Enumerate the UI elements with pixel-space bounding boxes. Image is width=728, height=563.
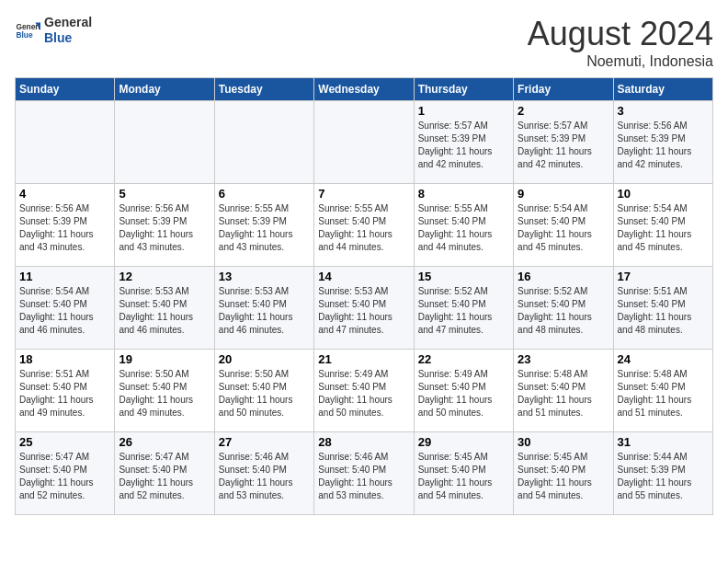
calendar-day-cell: 11Sunrise: 5:54 AMSunset: 5:40 PMDayligh…: [16, 267, 115, 350]
day-info: Sunrise: 5:46 AMSunset: 5:40 PMDaylight:…: [219, 451, 310, 502]
calendar-day-cell: 23Sunrise: 5:48 AMSunset: 5:40 PMDayligh…: [514, 350, 613, 432]
day-number: 27: [219, 435, 310, 449]
day-number: 13: [219, 270, 310, 283]
day-number: 9: [518, 187, 609, 201]
day-number: 11: [19, 270, 110, 283]
calendar-day-cell: 19Sunrise: 5:50 AMSunset: 5:40 PMDayligh…: [115, 350, 214, 432]
week-row-1: 1Sunrise: 5:57 AMSunset: 5:39 PMDaylight…: [16, 101, 713, 184]
calendar-day-cell: 5Sunrise: 5:56 AMSunset: 5:39 PMDaylight…: [115, 184, 214, 267]
day-number: 4: [19, 187, 110, 201]
day-info: Sunrise: 5:47 AMSunset: 5:40 PMDaylight:…: [119, 451, 210, 502]
calendar-day-cell: 17Sunrise: 5:51 AMSunset: 5:40 PMDayligh…: [613, 267, 712, 350]
day-number: 19: [119, 352, 210, 366]
day-number: 10: [618, 187, 709, 201]
calendar-day-cell: 28Sunrise: 5:46 AMSunset: 5:40 PMDayligh…: [314, 432, 414, 515]
day-number: 3: [618, 104, 709, 118]
day-info: Sunrise: 5:55 AMSunset: 5:40 PMDaylight:…: [318, 202, 409, 254]
weekday-header-thursday: Thursday: [414, 78, 513, 101]
title-block: August 2024 Noemuti, Indonesia: [528, 15, 713, 70]
day-info: Sunrise: 5:48 AMSunset: 5:40 PMDaylight:…: [518, 368, 609, 419]
day-number: 29: [418, 435, 509, 449]
day-info: Sunrise: 5:57 AMSunset: 5:39 PMDaylight:…: [518, 120, 609, 171]
weekday-header-saturday: Saturday: [613, 78, 712, 101]
weekday-header-friday: Friday: [514, 78, 613, 101]
day-number: 22: [418, 352, 509, 366]
day-number: 16: [518, 270, 609, 283]
svg-text:Blue: Blue: [16, 30, 32, 40]
day-info: Sunrise: 5:53 AMSunset: 5:40 PMDaylight:…: [119, 285, 210, 337]
day-number: 2: [518, 104, 609, 118]
calendar-day-cell: 12Sunrise: 5:53 AMSunset: 5:40 PMDayligh…: [115, 267, 214, 350]
calendar-day-cell: 16Sunrise: 5:52 AMSunset: 5:40 PMDayligh…: [514, 267, 613, 350]
week-row-4: 18Sunrise: 5:51 AMSunset: 5:40 PMDayligh…: [16, 350, 713, 432]
logo-icon: General Blue: [15, 17, 40, 43]
calendar-day-cell: 14Sunrise: 5:53 AMSunset: 5:40 PMDayligh…: [314, 267, 414, 350]
day-info: Sunrise: 5:46 AMSunset: 5:40 PMDaylight:…: [318, 451, 409, 502]
day-number: 15: [418, 270, 509, 283]
calendar-day-cell: 27Sunrise: 5:46 AMSunset: 5:40 PMDayligh…: [214, 432, 313, 515]
calendar-day-cell: 6Sunrise: 5:55 AMSunset: 5:39 PMDaylight…: [214, 184, 313, 267]
calendar-day-cell: 24Sunrise: 5:48 AMSunset: 5:40 PMDayligh…: [613, 350, 712, 432]
calendar-day-cell: 31Sunrise: 5:44 AMSunset: 5:39 PMDayligh…: [613, 432, 712, 515]
calendar-day-cell: 7Sunrise: 5:55 AMSunset: 5:40 PMDaylight…: [314, 184, 414, 267]
calendar-day-cell: [314, 101, 414, 184]
week-row-5: 25Sunrise: 5:47 AMSunset: 5:40 PMDayligh…: [16, 432, 713, 515]
day-number: 21: [318, 352, 409, 366]
location-subtitle: Noemuti, Indonesia: [528, 53, 713, 70]
calendar-day-cell: 21Sunrise: 5:49 AMSunset: 5:40 PMDayligh…: [314, 350, 414, 432]
calendar-day-cell: 20Sunrise: 5:50 AMSunset: 5:40 PMDayligh…: [214, 350, 313, 432]
calendar-day-cell: 2Sunrise: 5:57 AMSunset: 5:39 PMDaylight…: [514, 101, 613, 184]
month-year-title: August 2024: [528, 15, 713, 53]
calendar-day-cell: [214, 101, 313, 184]
day-number: 24: [618, 352, 709, 366]
day-info: Sunrise: 5:50 AMSunset: 5:40 PMDaylight:…: [119, 368, 210, 419]
day-info: Sunrise: 5:45 AMSunset: 5:40 PMDaylight:…: [418, 451, 509, 502]
day-number: 23: [518, 352, 609, 366]
calendar-day-cell: 22Sunrise: 5:49 AMSunset: 5:40 PMDayligh…: [414, 350, 513, 432]
weekday-header-sunday: Sunday: [16, 78, 115, 101]
day-number: 26: [119, 435, 210, 449]
day-number: 14: [318, 270, 409, 283]
weekday-header-wednesday: Wednesday: [314, 78, 414, 101]
day-info: Sunrise: 5:56 AMSunset: 5:39 PMDaylight:…: [119, 202, 210, 254]
day-number: 12: [119, 270, 210, 283]
day-number: 30: [518, 435, 609, 449]
day-info: Sunrise: 5:52 AMSunset: 5:40 PMDaylight:…: [418, 285, 509, 337]
day-number: 25: [19, 435, 110, 449]
day-info: Sunrise: 5:49 AMSunset: 5:40 PMDaylight:…: [318, 368, 409, 419]
logo-general-text: General: [44, 15, 92, 30]
calendar-day-cell: 30Sunrise: 5:45 AMSunset: 5:40 PMDayligh…: [514, 432, 613, 515]
logo: General Blue GeneralBlue: [15, 15, 92, 46]
logo-text: GeneralBlue: [44, 15, 92, 46]
day-info: Sunrise: 5:51 AMSunset: 5:40 PMDaylight:…: [19, 368, 110, 419]
day-number: 31: [618, 435, 709, 449]
day-info: Sunrise: 5:48 AMSunset: 5:40 PMDaylight:…: [618, 368, 709, 419]
day-number: 5: [119, 187, 210, 201]
day-number: 17: [618, 270, 709, 283]
day-info: Sunrise: 5:53 AMSunset: 5:40 PMDaylight:…: [219, 285, 310, 337]
page-header: General Blue GeneralBlue August 2024 Noe…: [15, 15, 713, 70]
day-info: Sunrise: 5:52 AMSunset: 5:40 PMDaylight:…: [518, 285, 609, 337]
day-info: Sunrise: 5:51 AMSunset: 5:40 PMDaylight:…: [618, 285, 709, 337]
day-info: Sunrise: 5:45 AMSunset: 5:40 PMDaylight:…: [518, 451, 609, 502]
calendar-day-cell: 3Sunrise: 5:56 AMSunset: 5:39 PMDaylight…: [613, 101, 712, 184]
calendar-table: SundayMondayTuesdayWednesdayThursdayFrid…: [15, 77, 713, 515]
day-info: Sunrise: 5:56 AMSunset: 5:39 PMDaylight:…: [618, 120, 709, 171]
calendar-day-cell: 15Sunrise: 5:52 AMSunset: 5:40 PMDayligh…: [414, 267, 513, 350]
calendar-day-cell: 25Sunrise: 5:47 AMSunset: 5:40 PMDayligh…: [16, 432, 115, 515]
day-info: Sunrise: 5:55 AMSunset: 5:39 PMDaylight:…: [219, 202, 310, 254]
day-number: 28: [318, 435, 409, 449]
day-info: Sunrise: 5:44 AMSunset: 5:39 PMDaylight:…: [618, 451, 709, 502]
calendar-day-cell: 13Sunrise: 5:53 AMSunset: 5:40 PMDayligh…: [214, 267, 313, 350]
calendar-day-cell: [16, 101, 115, 184]
weekday-header-tuesday: Tuesday: [214, 78, 313, 101]
day-info: Sunrise: 5:49 AMSunset: 5:40 PMDaylight:…: [418, 368, 509, 419]
day-number: 7: [318, 187, 409, 201]
day-info: Sunrise: 5:57 AMSunset: 5:39 PMDaylight:…: [418, 120, 509, 171]
day-info: Sunrise: 5:54 AMSunset: 5:40 PMDaylight:…: [19, 285, 110, 337]
day-number: 20: [219, 352, 310, 366]
day-info: Sunrise: 5:50 AMSunset: 5:40 PMDaylight:…: [219, 368, 310, 419]
day-info: Sunrise: 5:54 AMSunset: 5:40 PMDaylight:…: [618, 202, 709, 254]
calendar-day-cell: [115, 101, 214, 184]
day-number: 1: [418, 104, 509, 118]
